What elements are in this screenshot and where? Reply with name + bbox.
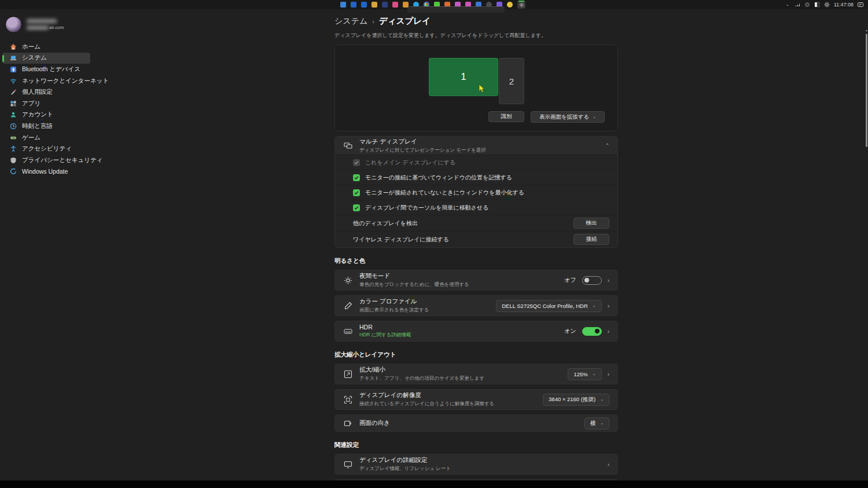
- toggle-state-label: オン: [564, 327, 576, 335]
- monitor-2[interactable]: 2: [499, 58, 524, 104]
- folder-icon[interactable]: [372, 2, 377, 8]
- checkbox-row[interactable]: これをメイン ディスプレイにする: [335, 155, 617, 170]
- sidebar-item-bluetooth[interactable]: Bluetooth とデバイス: [2, 64, 90, 75]
- setting-row-texts: ディスプレイの解像度接続されているディスプレイに合うように解像度を調整する: [359, 391, 494, 408]
- chevron-up-icon: ⌃: [605, 143, 609, 148]
- toggle-switch[interactable]: [582, 327, 602, 336]
- setting-row-main: 夜間モード青色の光をブロックするために、暖色を使用する: [343, 272, 564, 288]
- panel-buttons: 識別 表示画面を拡張する ⌄: [488, 111, 605, 123]
- setting-card--[interactable]: 拡大/縮小テキスト、アプリ、その他の項目のサイズを変更します125%⌄›: [334, 364, 618, 384]
- setting-subtitle: テキスト、アプリ、その他の項目のサイズを変更します: [359, 375, 484, 382]
- monitor-1[interactable]: 1: [429, 58, 498, 96]
- sidebar-item-time-language[interactable]: 時刻と言語: [2, 120, 90, 132]
- app-dark-blue-icon[interactable]: [382, 2, 388, 8]
- setting-row-texts: 夜間モード青色の光をブロックするために、暖色を使用する: [359, 272, 469, 288]
- connect-button[interactable]: 接続: [573, 234, 609, 245]
- tray-badge-icon[interactable]: [804, 2, 810, 8]
- checkbox-row[interactable]: ディスプレイ間でカーソルを簡単に移動させる: [335, 200, 617, 215]
- setting-row-texts: 画面の向き: [359, 419, 390, 427]
- clock[interactable]: 11:47:08: [834, 2, 854, 8]
- ime-indicator-icon[interactable]: [858, 2, 863, 8]
- setting-card--[interactable]: 夜間モード青色の光をブロックするために、暖色を使用するオフ›: [334, 270, 618, 291]
- toggle-switch[interactable]: [582, 276, 602, 285]
- page-title: ディスプレイ: [379, 16, 431, 27]
- selected-accent-bar: [2, 55, 4, 62]
- hdr-icon: HDR: [343, 326, 352, 336]
- setting-card-hdr[interactable]: HDRHDRHDR に関する詳細情報オン›: [334, 321, 618, 342]
- setting-row-main: 拡大/縮小テキスト、アプリ、その他の項目のサイズを変更します: [343, 366, 568, 382]
- app-uc-icon[interactable]: [361, 2, 367, 8]
- checkbox-checked[interactable]: [353, 204, 360, 211]
- section-brightness: 夜間モード青色の光をブロックするために、暖色を使用するオフ›カラー プロファイル…: [334, 270, 618, 342]
- section-scale-header: 拡大縮小とレイアウト: [334, 351, 618, 359]
- sidebar-item-windows-update[interactable]: Windows Update: [2, 166, 90, 178]
- user-profile[interactable]: ail.com: [5, 16, 64, 33]
- sidebar-item-personalization[interactable]: 個人用設定: [2, 86, 90, 98]
- detect-button[interactable]: 検出: [573, 218, 609, 229]
- chevron-right-icon: ›: [608, 303, 609, 309]
- app-yellow-icon[interactable]: [507, 2, 513, 8]
- checkbox-row[interactable]: モニターの接続に基づいてウィンドウの位置を記憶する: [335, 170, 617, 185]
- setting-row-main: カラー プロファイル画面に表示される色を決定する: [343, 298, 496, 314]
- checkbox-checked[interactable]: [353, 189, 360, 196]
- action-label: ワイヤレス ディスプレイに接続する: [353, 236, 573, 244]
- avatar[interactable]: [5, 16, 22, 33]
- sidebar-item-label: 時刻と言語: [22, 122, 53, 130]
- checkbox-label: モニターが接続されていないときにウィンドウを最小化する: [365, 189, 524, 197]
- sidebar-item-gaming[interactable]: ゲーム: [2, 132, 90, 144]
- chevron-down-icon: ⌄: [600, 397, 604, 402]
- checkbox-row[interactable]: モニターが接続されていないときにウィンドウを最小化する: [335, 185, 617, 200]
- multi-display-title: マルチ ディスプレイ: [359, 138, 486, 146]
- user-email: ail.com: [27, 25, 64, 30]
- tray-gear-icon[interactable]: [824, 2, 830, 8]
- setting-dropdown[interactable]: DELL S2725QC Color Profile, HDR⌄: [496, 300, 601, 312]
- night-light-icon: [343, 276, 352, 285]
- setting-row-right: 125%⌄›: [568, 368, 609, 380]
- sidebar-item-label: Bluetooth とデバイス: [22, 65, 80, 74]
- setting-row: ディスプレイの解像度接続されているディスプレイに合うように解像度を調整する384…: [335, 390, 617, 409]
- identify-button[interactable]: 識別: [488, 111, 524, 122]
- scrollbar-up-arrow[interactable]: ▲: [865, 29, 868, 32]
- sidebar-item-system[interactable]: システム: [2, 53, 90, 64]
- hdr-info-link[interactable]: HDR に関する詳細情報: [359, 332, 411, 339]
- network-signal-icon[interactable]: [795, 2, 800, 8]
- setting-dropdown[interactable]: 3840 × 2160 (推奨)⌄: [543, 394, 609, 406]
- setting-dropdown[interactable]: 125%⌄: [568, 368, 601, 380]
- display-arrangement-panel: 1 2 識別 表示画面を拡張する ⌄: [334, 45, 618, 131]
- setting-card--[interactable]: 画面の向き横⌄: [334, 414, 618, 432]
- section-brightness-header: 明るさと色: [334, 257, 618, 265]
- sidebar-item-accounts[interactable]: アカウント: [2, 109, 90, 121]
- sidebar-item-network[interactable]: ネットワークとインターネット: [2, 75, 90, 87]
- setting-dropdown[interactable]: 横⌄: [584, 417, 609, 430]
- sidebar-item-accessibility[interactable]: アクセシビリティ: [2, 143, 90, 155]
- taskbar-settings-gear-icon[interactable]: [517, 1, 525, 9]
- checkbox-checked[interactable]: [353, 159, 360, 166]
- breadcrumb-system[interactable]: システム: [334, 16, 367, 27]
- sidebar-item-apps[interactable]: アプリ: [2, 98, 90, 109]
- start-icon[interactable]: [340, 2, 346, 8]
- setting-card--[interactable]: カラー プロファイル画面に表示される色を決定するDELL S2725QC Col…: [334, 295, 618, 316]
- tray-chevron-icon[interactable]: ⌄: [785, 2, 790, 8]
- sidebar-item-label: アプリ: [22, 100, 41, 108]
- identify-button-label: 識別: [501, 113, 512, 120]
- sidebar-item-label: ゲーム: [22, 134, 41, 142]
- sidebar-item-privacy[interactable]: プライバシーとセキュリティ: [2, 155, 90, 166]
- app-f1-icon[interactable]: [351, 2, 356, 8]
- setting-row-main: HDRHDRHDR に関する詳細情報: [343, 324, 564, 339]
- sidebar-item-home[interactable]: ホーム: [2, 41, 90, 53]
- expander-right: ⌃: [605, 143, 609, 148]
- setting-card--[interactable]: ディスプレイの解像度接続されているディスプレイに合うように解像度を調整する384…: [334, 389, 618, 410]
- setting-card--[interactable]: ディスプレイの詳細設定ディスプレイ情報、リフレッシュ レート›: [334, 454, 618, 475]
- extend-displays-label: 表示画面を拡張する: [539, 113, 589, 121]
- checkbox-checked[interactable]: [353, 174, 360, 181]
- chevron-right-icon: ›: [608, 277, 609, 284]
- setting-title: カラー プロファイル: [359, 298, 429, 306]
- setting-title: ディスプレイの詳細設定: [359, 456, 451, 464]
- tray-book-icon[interactable]: [814, 2, 820, 8]
- app-pink-icon[interactable]: [392, 2, 398, 8]
- multi-display-expander[interactable]: マルチ ディスプレイディスプレイに対してプレゼンテーション モードを選択⌃: [335, 137, 617, 155]
- extend-displays-dropdown[interactable]: 表示画面を拡張する ⌄: [531, 111, 605, 123]
- sidebar-item-label: プライバシーとセキュリティ: [22, 156, 102, 164]
- scrollbar-thumb[interactable]: [866, 34, 867, 147]
- page-subtitle: ディスプレイを選択して設定を変更します。ディスプレイをドラッグして再配置します。: [334, 32, 618, 39]
